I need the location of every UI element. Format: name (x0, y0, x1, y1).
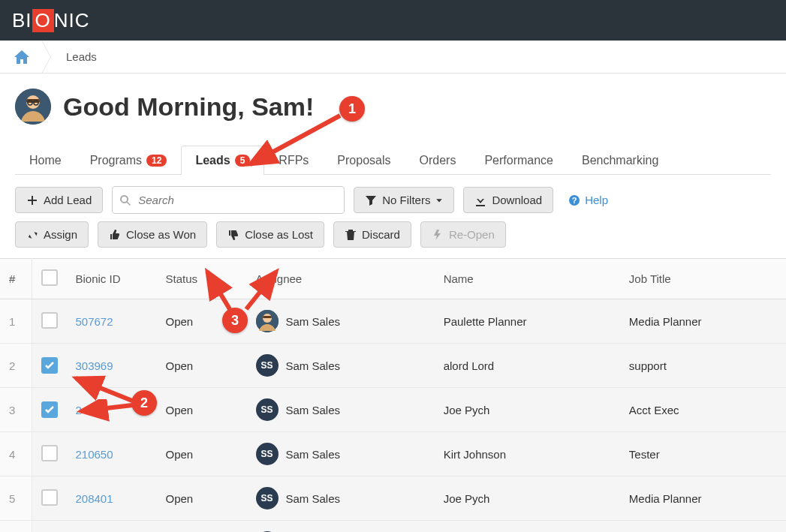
help-link[interactable]: ? Help (568, 194, 608, 206)
user-avatar[interactable] (15, 89, 51, 125)
greeting-row: Good Morning, Sam! (15, 89, 771, 125)
bionic-id-cell: 210650 (67, 432, 157, 476)
add-lead-button[interactable]: Add Lead (15, 187, 103, 213)
bionic-id-cell: 208340 (67, 521, 157, 533)
row-checkbox[interactable] (41, 445, 58, 461)
row-checkbox[interactable] (41, 312, 58, 329)
name-cell: alord Lord (435, 344, 620, 388)
reopen-button[interactable]: Re-Open (420, 221, 506, 248)
annotation-arrow-2b (72, 399, 140, 422)
svg-line-12 (81, 405, 132, 411)
row-checkbox[interactable] (41, 489, 58, 506)
tab-label: Orders (420, 154, 456, 167)
row-checkbox[interactable] (41, 401, 58, 418)
annotation-arrow-3b (240, 264, 293, 317)
tab-performance[interactable]: Performance (470, 146, 568, 175)
name-cell: Paulette Planner (435, 299, 620, 344)
search-icon (119, 194, 131, 206)
logo-part-o: O (32, 9, 54, 32)
assignee-avatar: SS (256, 398, 279, 421)
breadcrumb-current[interactable]: Leads (66, 50, 97, 63)
job-title-cell: Acct Exec (620, 388, 786, 432)
bionic-id-link[interactable]: 507672 (76, 315, 113, 328)
assignee-cell: SSSam Sales (247, 344, 435, 388)
discard-button[interactable]: Discard (333, 221, 411, 248)
tab-label: Home (29, 154, 62, 167)
assignee-cell: SSSam Sales (247, 521, 435, 533)
check-icon (44, 404, 56, 416)
row-checkbox[interactable] (41, 357, 58, 374)
search-input[interactable] (112, 186, 345, 214)
assignee-cell: SSSam Sales (247, 432, 435, 476)
status-cell: Open (157, 432, 247, 476)
assignee-name: Sam Sales (286, 448, 341, 461)
status-cell: Open (157, 344, 247, 388)
job-title-cell: Media Planner (620, 476, 786, 521)
col-check (32, 259, 67, 299)
assignee-avatar: SS (256, 443, 279, 465)
bionic-id-link[interactable]: 210650 (76, 448, 113, 461)
search-wrap (112, 186, 345, 214)
bionic-id-link[interactable]: 303969 (76, 359, 113, 372)
tab-label: Performance (484, 154, 553, 167)
row-check-cell (32, 476, 67, 521)
assignee-cell: SSSam Sales (247, 388, 435, 432)
assign-label: Assign (44, 228, 77, 241)
job-title-cell: Tester (620, 432, 786, 476)
tab-orders[interactable]: Orders (405, 146, 471, 175)
tab-label: Leads (195, 154, 230, 167)
filters-button[interactable]: No Filters (354, 187, 454, 213)
close-lost-button[interactable]: Close as Lost (216, 221, 324, 248)
breadcrumb: Leads (0, 41, 786, 74)
close-won-button[interactable]: Close as Won (98, 221, 207, 248)
job-title-cell: Media Planner (620, 299, 786, 344)
toolbar: Add Lead No Filters Download ? Help (0, 176, 786, 221)
assignee-name: Sam Sales (286, 404, 341, 416)
row-check-cell (32, 521, 67, 533)
bionic-id-cell: 208401 (67, 476, 157, 521)
close-won-label: Close as Won (126, 228, 196, 241)
table-row[interactable]: 6208340DiscardedSSSam SalesJoe PychMedia… (0, 521, 786, 533)
col-bionic-id[interactable]: Bionic ID (67, 259, 157, 299)
col-rownum[interactable]: # (0, 259, 32, 299)
row-check-cell (32, 432, 67, 476)
row-check-cell (32, 299, 67, 344)
tab-home[interactable]: Home (15, 146, 76, 175)
row-number: 3 (0, 388, 32, 432)
assignee-name: Sam Sales (286, 492, 341, 505)
logo-part-nic: NIC (54, 9, 90, 32)
col-job-title[interactable]: Job Title (620, 259, 786, 299)
col-name[interactable]: Name (435, 259, 620, 299)
row-number: 5 (0, 476, 32, 521)
home-icon (13, 48, 31, 66)
plus-icon (26, 194, 38, 206)
table-row[interactable]: 4210650OpenSSSam SalesKirt JohnsonTester (0, 432, 786, 476)
table-row[interactable]: 5208401OpenSSSam SalesJoe PychMedia Plan… (0, 476, 786, 521)
tab-programs[interactable]: Programs12 (76, 146, 182, 175)
annotation-arrow-3a (194, 264, 246, 317)
assignee-name: Sam Sales (286, 359, 341, 372)
bulk-actions-row: Assign Close as Won Close as Lost Discar… (0, 221, 786, 258)
assign-button[interactable]: Assign (15, 221, 89, 248)
breadcrumb-home[interactable] (0, 41, 44, 74)
brand-logo[interactable]: BIONIC (12, 9, 90, 32)
table-row[interactable]: 1507672OpenSam SalesPaulette PlannerMedi… (0, 299, 786, 344)
select-all-checkbox[interactable] (41, 269, 58, 286)
lightning-icon (432, 229, 444, 241)
svg-line-10 (250, 116, 340, 164)
assignee-name: Sam Sales (286, 315, 341, 328)
job-title-cell: support (620, 344, 786, 388)
svg-line-14 (246, 272, 276, 309)
table-header-row: # Bionic ID Status Assignee Name Job Tit… (0, 259, 786, 299)
tab-benchmarking[interactable]: Benchmarking (568, 146, 673, 175)
avatar-icon (15, 89, 51, 125)
svg-text:?: ? (572, 196, 577, 205)
trash-icon (345, 229, 357, 241)
row-number: 2 (0, 344, 32, 388)
assignee-cell: SSSam Sales (247, 476, 435, 521)
svg-line-11 (76, 378, 132, 401)
download-button[interactable]: Download (463, 187, 553, 213)
tab-badge: 12 (146, 155, 167, 167)
status-cell: Open (157, 388, 247, 432)
bionic-id-link[interactable]: 208401 (76, 492, 113, 505)
